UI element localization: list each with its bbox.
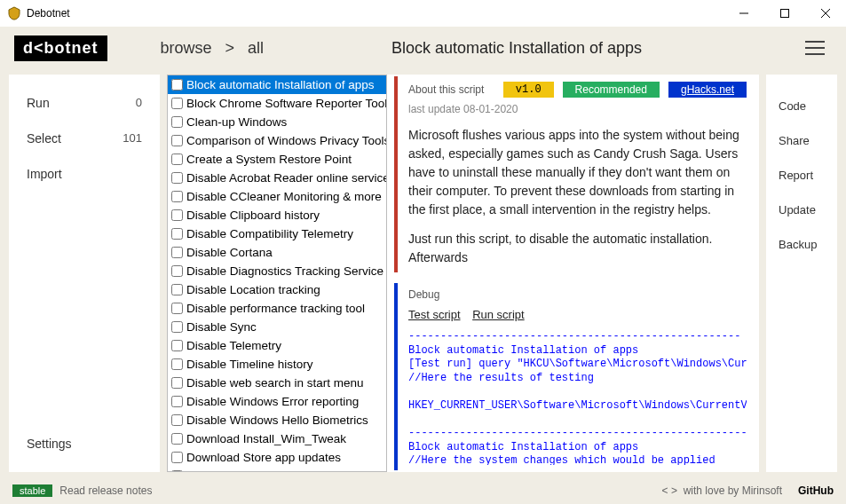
script-label: Download Store app updates [186,448,341,467]
page-title: Block automatic Installation of apps [228,39,805,58]
script-item[interactable]: Block Chrome Software Reporter Tool [168,94,386,113]
script-checkbox[interactable] [171,172,183,184]
action-share[interactable]: Share [766,123,837,158]
script-checkbox[interactable] [171,154,183,165]
maximize-button[interactable] [764,0,805,27]
script-item[interactable]: Disable Acrobat Reader online service [168,169,386,187]
logo: d<botnet [14,35,107,61]
sidebar-item-select[interactable]: Select101 [9,121,160,156]
recommended-badge: Recommended [563,82,660,98]
window-title: Debotnet [27,7,723,20]
script-label: Download Windows updates [186,467,337,472]
script-checkbox[interactable] [171,79,183,91]
script-checkbox[interactable] [171,228,183,240]
sidebar-item-import[interactable]: Import [9,156,160,192]
action-backup[interactable]: Backup [766,227,837,262]
script-label: Create a System Restore Point [186,150,352,169]
script-checkbox[interactable] [171,135,183,146]
last-update: last update 08-01-2020 [408,103,747,115]
release-notes-link[interactable]: Read release notes [59,484,152,497]
action-report[interactable]: Report [766,158,837,193]
github-link[interactable]: GitHub [798,484,834,497]
script-label: Disable Acrobat Reader online service [186,169,386,187]
script-item[interactable]: Comparison of Windows Privacy Tools [168,131,386,150]
script-label: Disable performance tracking tool [186,299,365,318]
source-link[interactable]: gHacks.net [668,82,747,98]
description-text: Microsoft flushes various apps into the … [408,126,747,219]
sidebar-item-run[interactable]: Run0 [9,85,160,121]
script-checkbox[interactable] [171,452,183,463]
script-checkbox[interactable] [171,116,183,128]
script-checkbox[interactable] [171,358,183,370]
script-checkbox[interactable] [171,340,183,351]
script-item[interactable]: Disable Sync [168,318,386,336]
script-checkbox[interactable] [171,303,183,314]
minimize-button[interactable] [723,0,764,27]
script-item[interactable]: Disable Location tracking [168,280,386,299]
script-list[interactable]: Block automatic Installation of appsBloc… [167,75,387,472]
sidebar-item-settings[interactable]: Settings [9,426,160,461]
credits: < > with love by Mirinsoft [662,484,782,497]
script-item[interactable]: Disable Timeline history [168,355,386,374]
script-item[interactable]: Download Install_Wim_Tweak [168,429,386,448]
close-button[interactable] [805,0,846,27]
stable-badge: stable [12,484,52,497]
script-item[interactable]: Disable Windows Error reporting [168,392,386,411]
sidebar-right: CodeShareReportUpdateBackup [766,75,837,472]
script-label: Disable Clipboard history [186,206,320,224]
script-item[interactable]: Disable performance tracking tool [168,299,386,318]
script-item[interactable]: Disable Diagnostics Tracking Service [168,262,386,280]
script-label: Disable Sync [186,318,257,336]
script-label: Block automatic Installation of apps [186,75,375,94]
script-checkbox[interactable] [171,284,183,295]
debug-console: ----------------------------------------… [408,330,747,465]
window-titlebar: Debotnet [0,0,846,27]
script-info-panel: About this script v1.0 Recommended gHack… [394,76,757,272]
debug-panel: Debug Test script Run script -----------… [394,283,757,470]
script-item[interactable]: Disable Telemetry [168,336,386,355]
script-checkbox[interactable] [171,265,183,277]
script-item[interactable]: Disable web search in start menu [168,374,386,392]
sidebar-left: Run0Select101Import Settings [9,75,160,472]
script-label: Block Chrome Software Reporter Tool [186,94,386,113]
script-label: Disable Telemetry [186,336,281,355]
test-script-link[interactable]: Test script [408,308,461,321]
script-item[interactable]: Download Store app updates [168,448,386,467]
action-code[interactable]: Code [766,89,837,123]
script-checkbox[interactable] [171,98,183,109]
script-item[interactable]: Download Windows updates [168,467,386,472]
script-checkbox[interactable] [171,377,183,389]
description-text-2: Just run this script, to disable the aut… [408,230,747,267]
script-checkbox[interactable] [171,209,183,221]
script-checkbox[interactable] [171,414,183,426]
script-label: Disable Cortana [186,243,273,262]
script-checkbox[interactable] [171,433,183,445]
action-update[interactable]: Update [766,193,837,227]
script-label: Disable Windows Error reporting [186,392,359,411]
script-item[interactable]: Clean-up Windows [168,113,386,131]
script-item[interactable]: Disable CCleaner Monitoring & more [168,187,386,206]
script-item[interactable]: Disable Clipboard history [168,206,386,224]
script-checkbox[interactable] [171,191,183,202]
about-label: About this script [408,83,484,96]
svg-rect-1 [781,10,789,18]
script-checkbox[interactable] [171,470,183,472]
script-label: Disable Windows Hello Biometrics [186,411,368,429]
script-item[interactable]: Create a System Restore Point [168,150,386,169]
script-label: Disable Timeline history [186,355,313,374]
script-label: Comparison of Windows Privacy Tools [186,131,386,150]
script-item[interactable]: Disable Windows Hello Biometrics [168,411,386,429]
menu-icon[interactable] [805,41,825,55]
script-label: Clean-up Windows [186,113,287,131]
script-item[interactable]: Disable Compatibility Telemetry [168,224,386,243]
run-script-link[interactable]: Run script [472,308,525,321]
script-item[interactable]: Disable Cortana [168,243,386,262]
script-checkbox[interactable] [171,321,183,333]
script-item[interactable]: Block automatic Installation of apps [168,75,386,94]
script-label: Download Install_Wim_Tweak [186,429,346,448]
header-bar: d<botnet browse > all Block automatic In… [0,27,846,69]
script-label: Disable CCleaner Monitoring & more [186,187,382,206]
script-checkbox[interactable] [171,247,183,258]
script-checkbox[interactable] [171,396,183,407]
script-label: Disable web search in start menu [186,374,364,392]
